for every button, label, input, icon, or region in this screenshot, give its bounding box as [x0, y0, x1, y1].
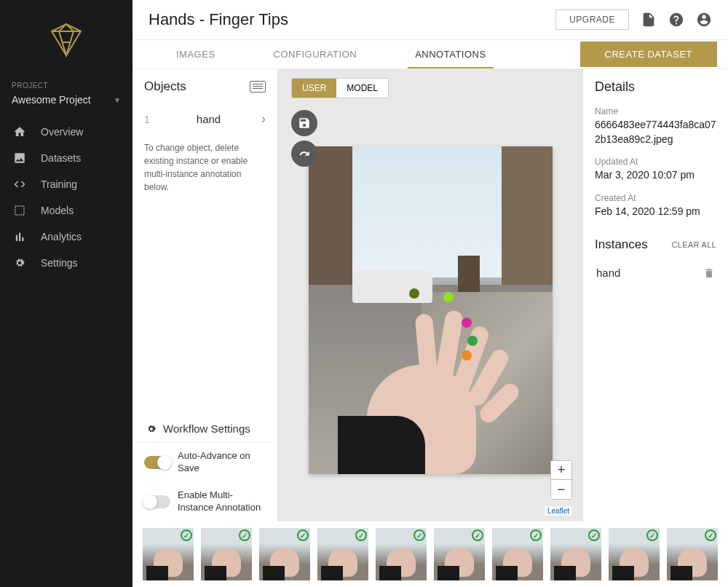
multi-instance-toggle[interactable]: [144, 495, 170, 508]
check-icon: [705, 529, 716, 541]
auto-advance-label: Auto-Advance on Save: [178, 450, 266, 475]
main: Hands - Finger Tips UPGRADE IMAGES CONFI…: [132, 0, 728, 587]
zoom-out-button[interactable]: −: [551, 480, 571, 499]
instance-item[interactable]: hand: [595, 261, 716, 285]
home-icon: [13, 125, 26, 138]
tab-configuration[interactable]: CONFIGURATION: [266, 49, 365, 68]
dropdown-icon: ▼: [114, 96, 121, 104]
nav-label: Overview: [41, 126, 83, 138]
multi-instance-label: Enable Multi-Instance Annotation: [178, 489, 266, 514]
details-title: Details: [595, 79, 716, 95]
updated-value: Mar 3, 2020 10:07 pm: [595, 168, 716, 183]
upgrade-button[interactable]: UPGRADE: [555, 9, 629, 30]
canvas-area: USER MODEL +: [278, 69, 582, 521]
annotation-canvas[interactable]: [309, 146, 553, 474]
nav-settings[interactable]: Settings: [0, 250, 132, 276]
check-icon: [588, 529, 600, 541]
account-icon[interactable]: [696, 12, 712, 28]
check-icon: [472, 529, 483, 541]
auto-advance-toggle[interactable]: [144, 456, 170, 469]
thumbnail[interactable]: [434, 528, 485, 580]
project-selector[interactable]: Awesome Project ▼: [0, 92, 132, 119]
mode-toggle: USER MODEL: [291, 78, 389, 98]
created-value: Feb 14, 2020 12:59 pm: [595, 205, 716, 219]
nav-label: Training: [41, 178, 77, 190]
tabs: IMAGES CONFIGURATION ANNOTATIONS: [169, 40, 494, 68]
thumbnail[interactable]: [667, 528, 718, 580]
tab-images[interactable]: IMAGES: [169, 49, 223, 68]
instances-title: Instances: [595, 237, 648, 252]
project-label: PROJECT: [0, 82, 132, 92]
name-label: Name: [595, 106, 716, 117]
objects-hint: To change object, delete existing instan…: [132, 134, 277, 201]
trash-icon[interactable]: [703, 267, 715, 279]
help-icon[interactable]: [668, 12, 684, 28]
mode-model-button[interactable]: MODEL: [336, 79, 388, 98]
thumbnail[interactable]: [609, 528, 660, 580]
nav-datasets[interactable]: Datasets: [0, 145, 132, 171]
keyboard-icon[interactable]: [250, 81, 266, 92]
check-icon: [239, 529, 250, 541]
keypoint[interactable]: [462, 350, 472, 361]
objects-title: Objects: [144, 79, 186, 94]
check-icon: [646, 529, 658, 541]
thumbnail[interactable]: [550, 528, 601, 580]
project-name: Awesome Project: [12, 94, 91, 106]
page-title: Hands - Finger Tips: [149, 10, 288, 29]
check-icon: [414, 529, 425, 541]
zoom-control: + −: [550, 460, 572, 500]
check-icon: [355, 529, 367, 541]
nav-models[interactable]: Models: [0, 197, 132, 224]
code-icon: [13, 178, 26, 191]
keypoint[interactable]: [462, 318, 472, 328]
created-label: Created At: [595, 193, 716, 203]
gear-icon: [13, 256, 26, 269]
nav-label: Settings: [41, 257, 78, 269]
object-item[interactable]: 1 hand ›: [132, 104, 277, 134]
thumbnail[interactable]: [317, 528, 368, 580]
sidebar: PROJECT Awesome Project ▼ Overview Datas…: [0, 0, 132, 587]
topbar: Hands - Finger Tips UPGRADE: [132, 0, 728, 40]
workflow-title: Workflow Settings: [163, 422, 250, 435]
keypoint[interactable]: [467, 336, 478, 346]
thumbnail[interactable]: [259, 528, 310, 580]
gear-icon: [146, 423, 157, 435]
thumbnail[interactable]: [201, 528, 252, 580]
chart-icon: [13, 230, 26, 243]
create-dataset-button[interactable]: CREATE DATASET: [580, 42, 717, 67]
nav-label: Analytics: [41, 231, 82, 243]
zoom-in-button[interactable]: +: [551, 461, 571, 480]
keypoint[interactable]: [409, 288, 419, 299]
save-button[interactable]: [291, 110, 317, 136]
leaflet-attribution[interactable]: Leaflet: [545, 506, 572, 516]
objects-panel: Objects 1 hand › To change object, delet…: [132, 69, 278, 521]
clear-all-button[interactable]: CLEAR ALL: [672, 240, 716, 249]
nav-label: Datasets: [41, 152, 81, 164]
nav-label: Models: [41, 205, 74, 216]
details-panel: Details Name 6666483ee774443fa8ca072b13e…: [582, 69, 728, 521]
updated-label: Updated At: [595, 157, 716, 167]
tab-annotations[interactable]: ANNOTATIONS: [408, 49, 493, 68]
instance-name: hand: [596, 267, 620, 279]
mode-user-button[interactable]: USER: [292, 79, 336, 98]
object-name: hand: [166, 113, 251, 125]
thumbnail-strip: [132, 521, 728, 587]
object-index: 1: [144, 114, 156, 125]
keypoint[interactable]: [443, 292, 454, 302]
nav-overview[interactable]: Overview: [0, 119, 132, 145]
workspace: Objects 1 hand › To change object, delet…: [132, 69, 728, 521]
thumbnail[interactable]: [376, 528, 427, 580]
redo-button[interactable]: [291, 141, 317, 167]
nav-analytics[interactable]: Analytics: [0, 224, 132, 250]
tabs-row: IMAGES CONFIGURATION ANNOTATIONS CREATE …: [132, 40, 728, 69]
top-actions: UPGRADE: [555, 9, 712, 30]
check-icon: [530, 529, 542, 541]
document-icon[interactable]: [641, 12, 657, 28]
logo: [0, 13, 132, 82]
nav-training[interactable]: Training: [0, 171, 132, 197]
thumbnail[interactable]: [492, 528, 543, 580]
image-icon: [13, 151, 26, 165]
name-value: 6666483ee774443fa8ca072b13ea89c2.jpeg: [595, 118, 716, 146]
grid-icon: [13, 204, 26, 217]
thumbnail[interactable]: [143, 528, 194, 580]
